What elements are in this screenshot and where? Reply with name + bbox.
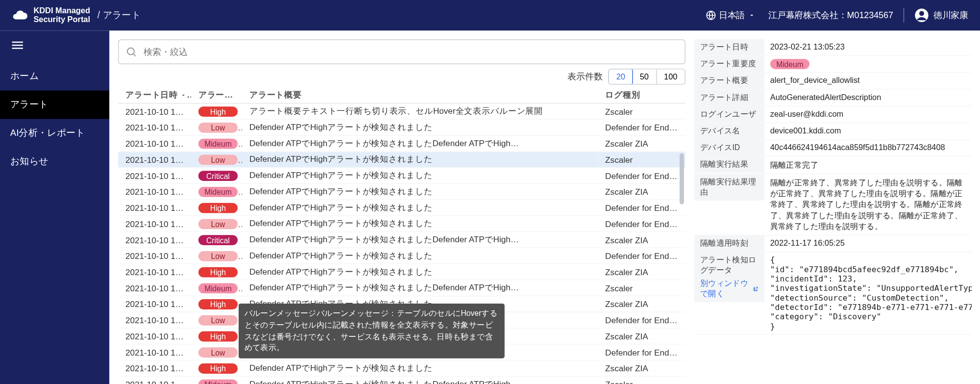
severity-badge: Low (198, 154, 238, 165)
sidebar-item-0[interactable]: ホーム (0, 62, 109, 90)
severity-badge: Low (198, 122, 238, 132)
detail-value: 隔離正常完了 (764, 157, 972, 174)
cell-hover-tooltip: バルーンメッセージバルーンメッセージ：テーブルのセルにHoverするとそのテーブ… (239, 304, 505, 358)
detail-value: 40c446624194614aca859f5d11b8b772743c8408 (764, 140, 972, 155)
brand-text: KDDI Managed Security Portal (33, 7, 90, 24)
pagesize-option-50[interactable]: 50 (633, 69, 657, 84)
cell-severity: Mideum (191, 183, 242, 200)
table-row[interactable]: 2021-10-10 10:10:00LowDefender ATPでHighア… (118, 216, 686, 232)
detail-value: 2022-11-17 16:05:25 (764, 236, 972, 251)
menu-toggle[interactable] (0, 30, 109, 62)
cell-severity: Critical (191, 231, 242, 248)
search-input[interactable] (118, 39, 686, 64)
cell-severity: Low (191, 344, 242, 360)
cell-datetime: 2021-10-10 10:10:00 (118, 264, 191, 280)
pagesize-label: 表示件数 (567, 71, 602, 83)
external-link-icon (753, 285, 758, 293)
detail-row: 隔離実行結果理由隔離が正常終了、異常終了した理由を説明する。隔離が正常終了、異常… (694, 175, 971, 236)
table-row[interactable]: 2021-10-10 10:10:00MideumDefender ATPでHi… (118, 183, 686, 200)
detail-row: ログインユーザzeal-user@kddi.com (694, 106, 971, 123)
severity-badge: High (198, 106, 238, 117)
scrollbar-thumb[interactable] (680, 153, 684, 204)
cell-logtype: Defender for Endpoint (598, 168, 686, 184)
user-name: 徳川家康 (933, 9, 968, 22)
table-row[interactable]: 2021-10-10 10:10:00LowDefender ATPでHighア… (118, 152, 686, 168)
col-severity[interactable]: アラート重要度 (191, 88, 242, 103)
cell-severity: Low (191, 216, 242, 232)
cell-summary: Defender ATPでHighアラートが検知されましたDefender AT… (242, 280, 598, 296)
sidebar-item-3[interactable]: お知らせ (0, 148, 109, 176)
cell-logtype: Zscaler (598, 103, 686, 120)
table-row[interactable]: 2021-10-10 10:10:00MideumDefender ATPでHi… (118, 376, 686, 384)
sidebar-item-2[interactable]: AI分析・レポート (0, 119, 109, 148)
pagesize-option-100[interactable]: 100 (657, 69, 685, 84)
pagesize-segmented: 2050100 (608, 69, 686, 85)
cell-summary: Defender ATPでHighアラートが検知されましたDefender AT… (242, 135, 598, 152)
detail-value: 2023-02-21 13:05:23 (764, 39, 972, 54)
cell-logtype: Zscaler ZIA (598, 231, 686, 248)
severity-badge: High (198, 363, 238, 373)
cell-severity: Mideum (191, 376, 242, 384)
cell-logtype: Zscaler ZIA (598, 264, 686, 280)
cell-logtype: Zscaler (598, 280, 686, 296)
table-row[interactable]: 2021-10-10 10:10:00HighDefender ATPでHigh… (118, 200, 686, 216)
severity-badge: High (198, 331, 238, 341)
cell-summary: Defender ATPでHighアラートが検知されました (242, 183, 598, 200)
detail-row: デバイス名device001.kddi.com (694, 123, 971, 140)
alert-table-wrap: アラート日時 アラート重要度 アラート概要 ログ種別 2021-10-10 10… (118, 88, 686, 384)
svg-point-3 (127, 48, 134, 55)
table-row[interactable]: 2021-10-10 10:10:00Highアラート概要テキスト一行断ち切り表… (118, 103, 686, 120)
table-row[interactable]: 2021-10-10 10:10:00MideumDefender ATPでHi… (118, 135, 686, 152)
chevron-down-icon (748, 12, 755, 19)
cell-summary: アラート概要テキスト一行断ち切り表示、セルHover全文表示バルーン展開 (242, 103, 598, 120)
cell-severity: High (191, 328, 242, 344)
language-selector[interactable]: 日本語 (706, 9, 755, 22)
detail-row: アラート日時2023-02-21 13:05:23 (694, 39, 971, 56)
table-row[interactable]: 2021-10-10 10:10:00MideumDefender ATPでHi… (118, 280, 686, 296)
detail-row: デバイスID40c446624194614aca859f5d11b8b77274… (694, 140, 971, 157)
table-row[interactable]: 2021-10-10 10:10:00HighDefender ATPでHigh… (118, 264, 686, 280)
cell-summary: Defender ATPでHighアラートが検知されました (242, 119, 598, 135)
open-new-window-link[interactable]: 別ウィンドウで開く (700, 279, 759, 299)
table-row[interactable]: 2021-10-10 10:10:00LowDefender ATPでHighア… (118, 119, 686, 135)
cell-summary: Defender ATPでHighアラートが検知されました (242, 168, 598, 184)
cell-severity: High (191, 200, 242, 216)
cell-severity: Critical (191, 168, 242, 184)
sort-desc-icon (180, 92, 187, 98)
cell-datetime: 2021-10-10 10:10:00 (118, 248, 191, 264)
cell-datetime: 2021-10-10 10:10:00 (118, 360, 191, 376)
cell-datetime: 2021-10-10 10:10:00 (118, 183, 191, 200)
cell-logtype: Zscaler ZIA (598, 183, 686, 200)
detail-value: Mideum (764, 56, 972, 73)
severity-badge: Low (198, 219, 238, 229)
brand: KDDI Managed Security Portal (12, 7, 90, 24)
detail-row: アラート概要alert_for_device_allowlist (694, 73, 971, 90)
cell-summary: Defender ATPでHighアラートが検知されました (242, 248, 598, 264)
nav-list: ホームアラートAI分析・レポートお知らせ (0, 62, 109, 384)
table-row[interactable]: 2021-10-10 10:10:00HighDefender ATPでHigh… (118, 360, 686, 376)
col-summary[interactable]: アラート概要 (242, 88, 598, 103)
app-header: KDDI Managed Security Portal / アラート 日本語 … (0, 0, 980, 30)
header-divider (904, 8, 904, 23)
table-row[interactable]: 2021-10-10 10:10:00CriticalDefender ATPで… (118, 231, 686, 248)
cell-logtype: Zscaler ZIA (598, 328, 686, 344)
hamburger-icon (10, 38, 25, 52)
table-row[interactable]: 2021-10-10 10:10:00CriticalDefender ATPで… (118, 168, 686, 184)
detail-key: 隔離実行結果理由 (694, 175, 764, 201)
cell-summary: Defender ATPでHighアラートが検知されました (242, 360, 598, 376)
user-menu[interactable]: 徳川家康 (914, 8, 968, 23)
col-datetime[interactable]: アラート日時 (118, 88, 191, 103)
col-logtype[interactable]: ログ種別 (598, 88, 686, 103)
cell-datetime: 2021-10-10 10:10:00 (118, 328, 191, 344)
cell-datetime: 2021-10-10 10:10:00 (118, 200, 191, 216)
pagesize-option-20[interactable]: 20 (608, 69, 633, 85)
cell-datetime: 2021-10-10 10:10:00 (118, 376, 191, 384)
alert-list-pane: 表示件数 2050100 アラート日時 アラート重要度 アラート概要 ログ種別 … (118, 39, 686, 384)
table-row[interactable]: 2021-10-10 10:10:00LowDefender ATPでHighア… (118, 248, 686, 264)
detail-key: アラート日時 (694, 39, 764, 55)
detail-key: デバイス名 (694, 123, 764, 139)
cell-datetime: 2021-10-10 10:10:00 (118, 312, 191, 328)
cell-severity: Mideum (191, 280, 242, 296)
cell-severity: High (191, 264, 242, 280)
sidebar-item-1[interactable]: アラート (0, 91, 109, 119)
